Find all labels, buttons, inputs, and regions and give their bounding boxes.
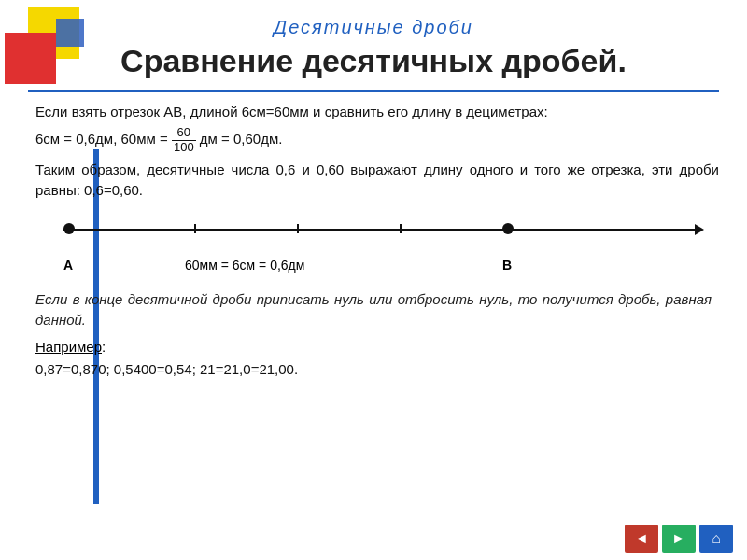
dot-a [63, 223, 75, 234]
label-a: A [63, 258, 73, 273]
slide-title: Сравнение десятичных дробей. [28, 42, 719, 80]
tick-3 [400, 224, 402, 233]
number-line [35, 215, 712, 252]
fraction-denominator: 100 [172, 141, 196, 154]
formula-part-b: дм = 0,60дм. [200, 131, 283, 147]
paragraph-2: Таким образом, десятичные числа 0,6 и 0,… [35, 160, 719, 202]
tick-2 [297, 224, 299, 233]
bottom-navigation: ◄ ► ⌂ [625, 525, 733, 553]
example-label-row: Например: [35, 339, 719, 355]
fraction: 60 100 [172, 126, 196, 154]
example-link-text[interactable]: Например [35, 339, 102, 355]
slide-content: Десятичные дроби Сравнение десятичных др… [0, 0, 747, 560]
label-middle: 60мм = 6см = 0,6дм [185, 258, 304, 273]
menu-button[interactable]: ⌂ [699, 525, 733, 553]
number-line-bar [63, 229, 702, 231]
tick-1 [194, 224, 196, 233]
example-colon: : [102, 339, 106, 355]
number-line-labels: A 60мм = 6см = 0,6дм B [63, 252, 712, 273]
formula-line: 6см = 0,6дм, 60мм = 60 100 дм = 0,60дм. [35, 126, 719, 154]
slide: Десятичные дроби Сравнение десятичных др… [0, 0, 747, 560]
examples-row: 0,87=0,870; 0,5400=0,54; 21=21,0=21,00. [35, 358, 719, 381]
paragraph-1: Если взять отрезок АВ, длиной 6см=60мм и… [35, 102, 719, 123]
title-divider [28, 90, 719, 92]
number-line-arrow [695, 224, 704, 235]
formula-part-a: 6см = 0,6дм, 60мм = [35, 131, 168, 147]
prev-button[interactable]: ◄ [625, 525, 658, 553]
label-b: B [502, 258, 512, 273]
next-button[interactable]: ► [662, 525, 696, 553]
fraction-numerator: 60 [172, 126, 196, 140]
slide-subtitle: Десятичные дроби [28, 17, 719, 38]
italic-paragraph: Если в конце десятичной дроби приписать … [35, 289, 712, 331]
dot-b [502, 223, 514, 234]
number-line-section: A 60мм = 6см = 0,6дм B [35, 215, 712, 280]
